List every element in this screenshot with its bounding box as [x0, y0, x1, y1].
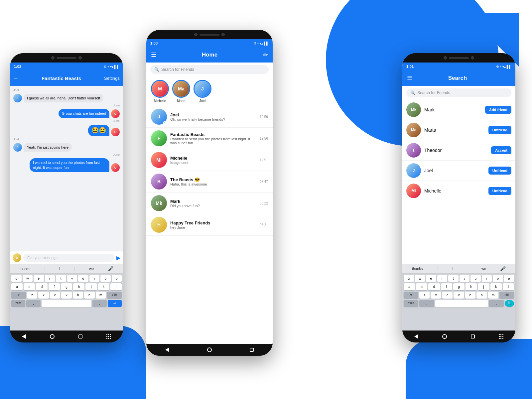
key-r-c[interactable]: c [442, 292, 453, 299]
suggestion-thanks-r[interactable]: thanks [412, 267, 423, 271]
key-r-t[interactable]: t [448, 275, 459, 282]
key-w[interactable]: w [23, 275, 33, 282]
key-r-a[interactable]: a [404, 283, 415, 290]
key-r-w[interactable]: w [415, 275, 425, 282]
back-icon[interactable]: ← [13, 75, 19, 81]
key-r-123[interactable]: ?123 [404, 300, 418, 307]
key-r-h[interactable]: h [466, 283, 477, 290]
key-r-f[interactable]: f [441, 283, 452, 290]
key-r-s[interactable]: s [416, 283, 427, 290]
key-backspace[interactable]: ⌫ [107, 292, 122, 299]
suggestion-we[interactable]: we [89, 267, 94, 271]
send-button[interactable]: ▶ [116, 255, 120, 261]
message-input[interactable]: Fire your message [23, 254, 114, 262]
key-r-n[interactable]: n [476, 292, 487, 299]
key-r-space[interactable] [435, 300, 488, 307]
key-r-m[interactable]: m [488, 292, 498, 299]
nav-back[interactable] [22, 334, 26, 339]
key-u[interactable]: u [78, 275, 88, 282]
key-r-backspace[interactable]: ⌫ [499, 292, 514, 299]
key-h[interactable]: h [73, 283, 84, 290]
key-enter[interactable]: ↵ [108, 300, 122, 307]
unfriend-button-michelle[interactable]: Unfriend [488, 187, 511, 195]
key-r-g[interactable]: g [453, 283, 465, 290]
key-x[interactable]: x [38, 292, 49, 299]
key-r-p[interactable]: p [504, 275, 514, 282]
conv-fantastic-beasts[interactable]: F Fantastic Beasts I wanted to send you … [146, 128, 273, 149]
story-marta[interactable]: Ma Marta [172, 80, 190, 103]
unfriend-button-joel[interactable]: Unfriend [488, 167, 511, 175]
key-r-d[interactable]: d [428, 283, 440, 290]
mic-icon[interactable]: 🎤 [108, 266, 113, 271]
key-r-j[interactable]: j [478, 283, 489, 290]
key-a[interactable]: a [11, 283, 23, 290]
key-r-z[interactable]: z [419, 292, 430, 299]
accept-button-theodor[interactable]: Accept [491, 146, 511, 154]
key-d[interactable]: d [36, 283, 47, 290]
key-j[interactable]: j [85, 283, 97, 290]
key-r-e[interactable]: e [426, 275, 436, 282]
key-r-u[interactable]: u [470, 275, 481, 282]
key-r-x[interactable]: x [431, 292, 441, 299]
key-b[interactable]: b [73, 292, 83, 299]
nav-recent[interactable] [78, 334, 82, 338]
nav-back-c[interactable] [165, 347, 169, 352]
conv-mark[interactable]: Mk Mark Did you have fun? 08:22 [146, 193, 273, 214]
add-friend-button-mark[interactable]: Add friend [485, 106, 511, 114]
key-k[interactable]: k [98, 283, 109, 290]
key-i[interactable]: i [89, 275, 100, 282]
key-r-v[interactable]: v [454, 292, 464, 299]
key-n[interactable]: n [84, 292, 94, 299]
suggestion-i[interactable]: I [59, 267, 60, 271]
key-r-shift[interactable]: ⇧ [404, 292, 418, 299]
key-e[interactable]: e [34, 275, 44, 282]
key-r-q[interactable]: q [404, 275, 414, 282]
key-123[interactable]: ?123 [11, 300, 25, 307]
key-r-l[interactable]: l [503, 283, 514, 290]
key-r-o[interactable]: o [493, 275, 503, 282]
key-space[interactable] [42, 300, 92, 307]
nav-recent-r[interactable] [471, 334, 475, 338]
key-m[interactable]: m [96, 292, 106, 299]
story-michelle[interactable]: M Michelle [151, 80, 169, 103]
conv-joel[interactable]: J Joel Oh, so we finally became friends?… [146, 106, 273, 128]
key-c[interactable]: c [50, 292, 60, 299]
key-r-b[interactable]: b [465, 292, 475, 299]
key-g[interactable]: g [61, 283, 72, 290]
key-f[interactable]: f [49, 283, 60, 290]
suggestion-we-r[interactable]: we [481, 267, 486, 271]
unfriend-button-marta[interactable]: Unfriend [488, 126, 511, 134]
conv-beasts[interactable]: B The Beasts 😎 Haha, this is awesome 08:… [146, 171, 273, 193]
home-search-bar[interactable]: 🔍 Search for Friends [150, 65, 269, 74]
key-v[interactable]: v [61, 292, 71, 299]
key-s[interactable]: s [24, 283, 35, 290]
key-p[interactable]: p [112, 275, 122, 282]
nav-grid-r[interactable] [499, 334, 503, 339]
key-period[interactable]: . [92, 300, 106, 307]
key-r-search[interactable]: 🔍 [505, 300, 514, 307]
key-comma[interactable]: , [26, 300, 40, 307]
nav-home-r[interactable] [442, 334, 447, 339]
key-r-i[interactable]: i [482, 275, 492, 282]
key-y[interactable]: y [67, 275, 77, 282]
suggestion-thanks[interactable]: thanks [20, 267, 30, 271]
key-l[interactable]: l [110, 283, 122, 290]
key-o[interactable]: o [100, 275, 111, 282]
nav-home[interactable] [50, 334, 55, 339]
compose-icon[interactable]: ✏ [263, 51, 268, 59]
suggestion-i-r[interactable]: I [452, 267, 453, 271]
key-r-comma[interactable]: , [419, 300, 434, 307]
nav-recent-c[interactable] [250, 348, 254, 352]
menu-icon[interactable]: ☰ [151, 51, 156, 59]
key-z[interactable]: z [27, 292, 37, 299]
story-joel[interactable]: J Joel [194, 80, 211, 103]
key-r-k[interactable]: k [490, 283, 502, 290]
nav-back-r[interactable] [414, 334, 418, 339]
menu-icon-right[interactable]: ☰ [407, 74, 412, 82]
key-t[interactable]: t [56, 275, 66, 282]
key-r-y[interactable]: y [460, 275, 470, 282]
key-r-period[interactable]: . [489, 300, 504, 307]
settings-link[interactable]: Settings [104, 76, 120, 81]
nav-grid[interactable] [106, 334, 111, 339]
conv-happy-tree[interactable]: H Happy Tree Friends hey June 08:21 [146, 214, 273, 236]
